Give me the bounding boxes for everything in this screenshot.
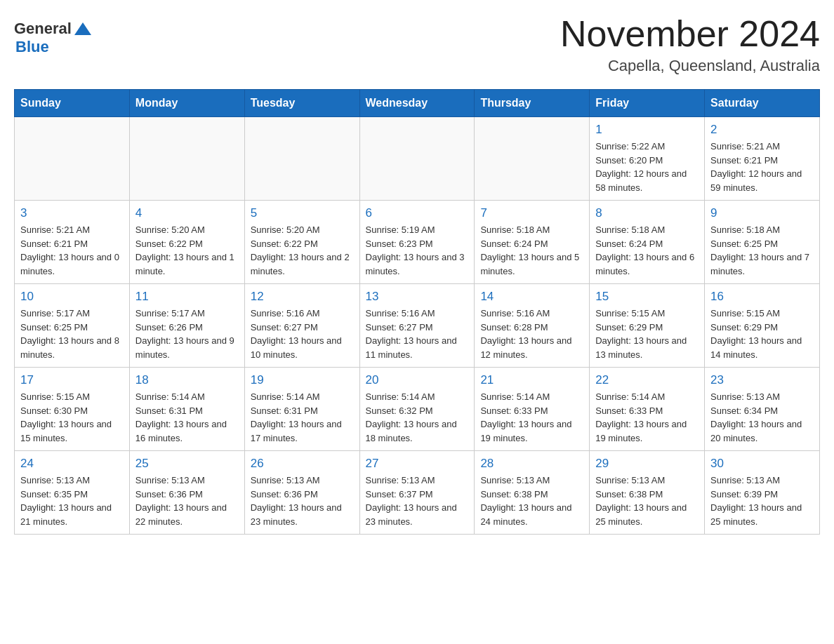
calendar-cell: 19Sunrise: 5:14 AM Sunset: 6:31 PM Dayli… xyxy=(244,368,359,451)
day-number: 8 xyxy=(595,206,699,220)
calendar-cell: 8Sunrise: 5:18 AM Sunset: 6:24 PM Daylig… xyxy=(590,201,705,284)
day-number: 5 xyxy=(251,206,354,220)
calendar-cell: 12Sunrise: 5:16 AM Sunset: 6:27 PM Dayli… xyxy=(244,284,359,368)
day-number: 18 xyxy=(135,373,239,387)
day-info: Sunrise: 5:13 AM Sunset: 6:39 PM Dayligh… xyxy=(710,474,814,528)
day-number: 23 xyxy=(710,373,814,387)
logo-triangle-left-icon xyxy=(74,22,83,35)
logo: General Blue xyxy=(14,14,91,56)
calendar-cell xyxy=(15,117,130,201)
day-number: 24 xyxy=(20,457,124,471)
calendar-cell: 22Sunrise: 5:14 AM Sunset: 6:33 PM Dayli… xyxy=(590,368,705,451)
calendar-header-row: Sunday Monday Tuesday Wednesday Thursday… xyxy=(15,90,820,117)
day-info: Sunrise: 5:14 AM Sunset: 6:31 PM Dayligh… xyxy=(135,390,239,445)
day-number: 26 xyxy=(251,457,354,471)
day-info: Sunrise: 5:13 AM Sunset: 6:38 PM Dayligh… xyxy=(480,474,583,528)
day-info: Sunrise: 5:14 AM Sunset: 6:32 PM Dayligh… xyxy=(366,390,469,445)
day-number: 14 xyxy=(480,290,583,304)
calendar-cell: 18Sunrise: 5:14 AM Sunset: 6:31 PM Dayli… xyxy=(129,368,244,451)
calendar-cell: 9Sunrise: 5:18 AM Sunset: 6:25 PM Daylig… xyxy=(705,201,820,284)
calendar-week-1: 1Sunrise: 5:22 AM Sunset: 6:20 PM Daylig… xyxy=(15,117,820,201)
calendar-cell: 20Sunrise: 5:14 AM Sunset: 6:32 PM Dayli… xyxy=(359,368,475,451)
day-info: Sunrise: 5:15 AM Sunset: 6:30 PM Dayligh… xyxy=(20,390,124,445)
day-info: Sunrise: 5:17 AM Sunset: 6:26 PM Dayligh… xyxy=(135,307,239,361)
day-number: 28 xyxy=(480,457,583,471)
day-number: 1 xyxy=(595,123,699,137)
calendar-cell: 17Sunrise: 5:15 AM Sunset: 6:30 PM Dayli… xyxy=(15,368,130,451)
day-number: 7 xyxy=(480,206,583,220)
day-number: 30 xyxy=(710,457,814,471)
day-info: Sunrise: 5:15 AM Sunset: 6:29 PM Dayligh… xyxy=(710,307,814,361)
calendar-cell: 23Sunrise: 5:13 AM Sunset: 6:34 PM Dayli… xyxy=(705,368,820,451)
calendar-week-4: 17Sunrise: 5:15 AM Sunset: 6:30 PM Dayli… xyxy=(15,368,820,451)
calendar-cell: 30Sunrise: 5:13 AM Sunset: 6:39 PM Dayli… xyxy=(705,451,820,535)
calendar-cell: 28Sunrise: 5:13 AM Sunset: 6:38 PM Dayli… xyxy=(475,451,590,535)
calendar-cell: 29Sunrise: 5:13 AM Sunset: 6:38 PM Dayli… xyxy=(590,451,705,535)
calendar-week-5: 24Sunrise: 5:13 AM Sunset: 6:35 PM Dayli… xyxy=(15,451,820,535)
logo-triangles xyxy=(73,22,91,35)
day-number: 2 xyxy=(710,123,814,137)
day-info: Sunrise: 5:15 AM Sunset: 6:29 PM Dayligh… xyxy=(595,307,699,361)
day-info: Sunrise: 5:21 AM Sunset: 6:21 PM Dayligh… xyxy=(710,140,814,194)
calendar-cell: 2Sunrise: 5:21 AM Sunset: 6:21 PM Daylig… xyxy=(705,117,820,201)
logo-general-text: General xyxy=(14,20,72,38)
day-info: Sunrise: 5:18 AM Sunset: 6:24 PM Dayligh… xyxy=(480,223,583,278)
day-info: Sunrise: 5:21 AM Sunset: 6:21 PM Dayligh… xyxy=(20,223,124,278)
day-info: Sunrise: 5:13 AM Sunset: 6:38 PM Dayligh… xyxy=(595,474,699,528)
day-info: Sunrise: 5:16 AM Sunset: 6:28 PM Dayligh… xyxy=(480,307,583,361)
month-title: November 2024 xyxy=(560,14,820,54)
calendar-cell: 3Sunrise: 5:21 AM Sunset: 6:21 PM Daylig… xyxy=(15,201,130,284)
day-info: Sunrise: 5:18 AM Sunset: 6:25 PM Dayligh… xyxy=(710,223,814,278)
day-info: Sunrise: 5:14 AM Sunset: 6:33 PM Dayligh… xyxy=(480,390,583,445)
calendar-cell: 4Sunrise: 5:20 AM Sunset: 6:22 PM Daylig… xyxy=(129,201,244,284)
day-number: 21 xyxy=(480,373,583,387)
calendar-week-2: 3Sunrise: 5:21 AM Sunset: 6:21 PM Daylig… xyxy=(15,201,820,284)
calendar-cell: 24Sunrise: 5:13 AM Sunset: 6:35 PM Dayli… xyxy=(15,451,130,535)
day-number: 9 xyxy=(710,206,814,220)
col-sunday: Sunday xyxy=(15,90,130,117)
day-number: 22 xyxy=(595,373,699,387)
day-number: 25 xyxy=(135,457,239,471)
day-number: 12 xyxy=(251,290,354,304)
day-info: Sunrise: 5:16 AM Sunset: 6:27 PM Dayligh… xyxy=(251,307,354,361)
calendar-cell: 1Sunrise: 5:22 AM Sunset: 6:20 PM Daylig… xyxy=(590,117,705,201)
calendar-table: Sunday Monday Tuesday Wednesday Thursday… xyxy=(14,89,820,535)
day-number: 4 xyxy=(135,206,239,220)
calendar-week-3: 10Sunrise: 5:17 AM Sunset: 6:25 PM Dayli… xyxy=(15,284,820,368)
day-info: Sunrise: 5:14 AM Sunset: 6:33 PM Dayligh… xyxy=(595,390,699,445)
page-header: General Blue November 2024 Capella, Quee… xyxy=(14,14,820,75)
day-number: 20 xyxy=(366,373,469,387)
day-info: Sunrise: 5:22 AM Sunset: 6:20 PM Dayligh… xyxy=(595,140,699,194)
day-number: 13 xyxy=(366,290,469,304)
col-wednesday: Wednesday xyxy=(359,90,475,117)
calendar-cell: 26Sunrise: 5:13 AM Sunset: 6:36 PM Dayli… xyxy=(244,451,359,535)
day-number: 15 xyxy=(595,290,699,304)
day-info: Sunrise: 5:14 AM Sunset: 6:31 PM Dayligh… xyxy=(251,390,354,445)
logo-blue-text: Blue xyxy=(15,38,49,56)
day-info: Sunrise: 5:13 AM Sunset: 6:37 PM Dayligh… xyxy=(366,474,469,528)
logo-triangle-right-icon xyxy=(83,22,91,35)
day-info: Sunrise: 5:18 AM Sunset: 6:24 PM Dayligh… xyxy=(595,223,699,278)
day-number: 10 xyxy=(20,290,124,304)
day-number: 3 xyxy=(20,206,124,220)
day-info: Sunrise: 5:13 AM Sunset: 6:34 PM Dayligh… xyxy=(710,390,814,445)
day-number: 27 xyxy=(366,457,469,471)
location-title: Capella, Queensland, Australia xyxy=(560,57,820,75)
col-saturday: Saturday xyxy=(705,90,820,117)
day-info: Sunrise: 5:17 AM Sunset: 6:25 PM Dayligh… xyxy=(20,307,124,361)
title-area: November 2024 Capella, Queensland, Austr… xyxy=(560,14,820,75)
col-tuesday: Tuesday xyxy=(244,90,359,117)
day-number: 29 xyxy=(595,457,699,471)
calendar-cell: 16Sunrise: 5:15 AM Sunset: 6:29 PM Dayli… xyxy=(705,284,820,368)
calendar-cell: 11Sunrise: 5:17 AM Sunset: 6:26 PM Dayli… xyxy=(129,284,244,368)
calendar-cell: 6Sunrise: 5:19 AM Sunset: 6:23 PM Daylig… xyxy=(359,201,475,284)
calendar-cell: 15Sunrise: 5:15 AM Sunset: 6:29 PM Dayli… xyxy=(590,284,705,368)
day-info: Sunrise: 5:13 AM Sunset: 6:36 PM Dayligh… xyxy=(251,474,354,528)
day-number: 16 xyxy=(710,290,814,304)
calendar-cell: 27Sunrise: 5:13 AM Sunset: 6:37 PM Dayli… xyxy=(359,451,475,535)
day-number: 11 xyxy=(135,290,239,304)
calendar-cell xyxy=(359,117,475,201)
day-info: Sunrise: 5:19 AM Sunset: 6:23 PM Dayligh… xyxy=(366,223,469,278)
calendar-cell: 13Sunrise: 5:16 AM Sunset: 6:27 PM Dayli… xyxy=(359,284,475,368)
day-info: Sunrise: 5:13 AM Sunset: 6:36 PM Dayligh… xyxy=(135,474,239,528)
